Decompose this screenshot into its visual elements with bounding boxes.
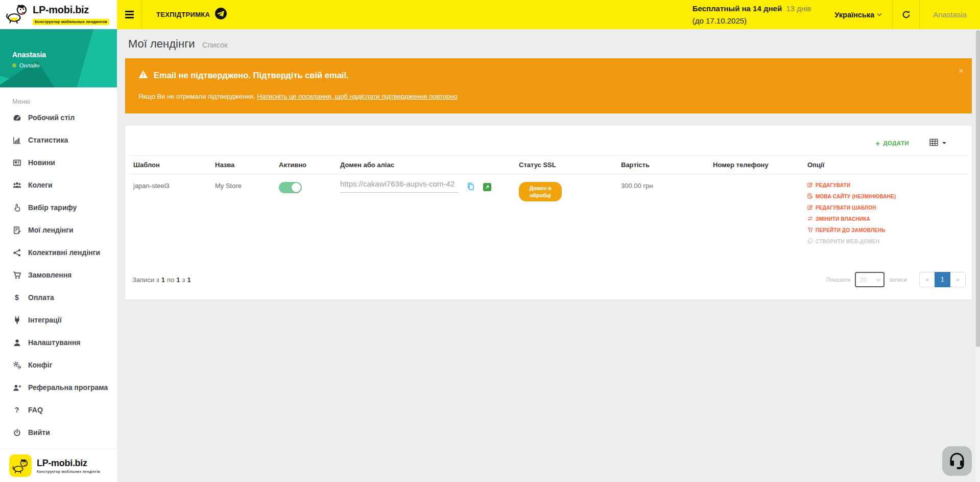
bar-chart-icon — [12, 136, 21, 145]
records-label: записи — [889, 277, 907, 283]
landings-card: + ДОДАТИ Шаблон На — [125, 126, 972, 300]
sidebar-user-panel: Anastasia Онлайн — [0, 29, 117, 87]
divider — [141, 0, 142, 29]
sidebar-user-status: Онлайн — [19, 62, 39, 68]
resend-confirmation-link[interactable]: Натисніть це посилання, щоб надіслати пі… — [257, 93, 458, 100]
table-grid-icon — [929, 138, 938, 148]
sidebar-item-collective-landings[interactable]: Колективні лендінги — [0, 241, 117, 264]
option-go-to-orders[interactable]: ПЕРЕЙТИ ДО ЗАМОВЛЕНЬ — [807, 227, 964, 234]
cart-icon — [807, 227, 813, 234]
hand-pointer-icon — [12, 203, 21, 212]
cell-options: РЕДАГУВАТИ МОВА САЙТУ (НЕЗМІНЮВАНЕ) РЕДА… — [803, 174, 968, 258]
sidebar-item-config[interactable]: Конфіг — [0, 354, 117, 376]
pagination-next[interactable]: » — [950, 272, 966, 287]
records-summary: Записи з1по1з1 — [132, 276, 191, 284]
gears-icon — [12, 361, 21, 370]
cell-template: japan-steel3 — [129, 174, 211, 258]
page-subtitle: Список — [202, 40, 228, 49]
sidebar-item-integrations[interactable]: Інтеграції — [0, 309, 117, 331]
users-icon — [12, 181, 21, 190]
tech-support-link[interactable]: ТЕХПІДТРИМКА — [156, 7, 227, 22]
sidebar-item-orders[interactable]: Замовлення — [0, 264, 117, 286]
page-title: Мої лендінги — [128, 37, 195, 50]
plug-icon — [12, 316, 21, 325]
dog-mascot-icon — [5, 4, 29, 26]
hamburger-menu-button[interactable] — [117, 0, 141, 29]
pagination-page-1[interactable]: 1 — [935, 272, 950, 287]
col-price: Вартість — [617, 156, 709, 174]
trial-days-left: 13 днів — [786, 4, 811, 13]
pagination: « 1 » — [920, 272, 966, 287]
open-external-link-icon[interactable] — [483, 183, 491, 191]
brand-title: LP-mobi.biz — [33, 4, 89, 15]
cart-icon — [12, 271, 21, 280]
domain-input[interactable] — [340, 179, 459, 193]
topbar-username[interactable]: Anastasia — [920, 10, 980, 19]
dashboard-icon — [12, 113, 21, 122]
col-phone: Номер телефону — [709, 156, 803, 174]
menu-section-label: Меню — [12, 98, 117, 105]
columns-dropdown-button[interactable] — [929, 138, 946, 148]
option-edit[interactable]: РЕДАГУВАТИ — [807, 182, 964, 189]
cell-phone — [709, 174, 803, 258]
language-selector[interactable]: Українська — [823, 11, 892, 19]
option-change-owner[interactable]: ЗМІНИТИ ВЛАСНИКА — [807, 216, 964, 222]
online-status-dot — [12, 63, 16, 67]
alert-title-text: Email не підтверджено. Підтвердіть свій … — [154, 71, 349, 80]
option-site-language[interactable]: МОВА САЙТУ (НЕЗМІНЮВАНЕ) — [807, 193, 964, 200]
footer-brand-title: LP-mobi.biz — [37, 458, 100, 469]
copy-icon[interactable] — [466, 182, 475, 191]
refresh-button[interactable] — [893, 0, 919, 29]
sidebar-item-settings[interactable]: Налаштування — [0, 331, 117, 354]
ssl-status-badge: Домен в обробці — [519, 182, 562, 201]
file-pen-icon — [12, 226, 21, 235]
cell-price: 300.00 грн — [617, 174, 709, 258]
option-edit-template[interactable]: РЕДАГУВАТИ ШАБЛОН — [807, 204, 964, 211]
col-ssl-status: Статус SSL — [515, 156, 617, 174]
scrollbar-thumb[interactable] — [976, 30, 980, 347]
sidebar-menu: Робочий стіл Статистика Новини Колеги — [0, 106, 117, 444]
sidebar-item-dashboard[interactable]: Робочий стіл — [0, 106, 117, 129]
sidebar-item-tariff[interactable]: Вибір тарифу — [0, 196, 117, 219]
alert-message: Якщо Ви не отримали підтвердження. — [138, 93, 257, 100]
add-landing-button[interactable]: + ДОДАТИ — [875, 140, 909, 147]
page-size-select[interactable]: 20 — [855, 272, 885, 287]
sidebar-item-my-landings[interactable]: Мої лендінги — [0, 219, 117, 241]
active-toggle[interactable] — [279, 182, 302, 193]
telegram-icon[interactable] — [214, 7, 227, 22]
sidebar-item-payment[interactable]: $Оплата — [0, 286, 117, 309]
trial-until-date: (до 17.10.2025) — [692, 16, 747, 25]
sidebar-item-faq[interactable]: ?FAQ — [0, 399, 117, 421]
close-icon[interactable]: × — [959, 66, 964, 75]
col-domain: Домен або аліас — [336, 156, 515, 174]
sidebar-item-statistics[interactable]: Статистика — [0, 129, 117, 151]
table-header-row: Шаблон Назва Активно Домен або аліас Ста… — [129, 156, 968, 174]
chevron-down-icon — [876, 277, 880, 281]
support-chat-button[interactable] — [942, 446, 972, 476]
table-footer: Записи з1по1з1 Показати 20 записи « 1 » — [129, 258, 968, 297]
sidebar-item-colleagues[interactable]: Колеги — [0, 174, 117, 196]
col-active: Активно — [275, 156, 336, 174]
language-label: Українська — [834, 11, 874, 19]
language-icon — [807, 193, 813, 200]
warning-icon — [138, 70, 148, 81]
sidebar-item-logout[interactable]: Вийти — [0, 421, 117, 444]
chevron-down-icon — [877, 11, 881, 15]
sidebar-user-name: Anastasia — [12, 51, 117, 59]
col-template: Шаблон — [129, 156, 211, 174]
chevron-down-icon — [942, 142, 946, 144]
sidebar-footer-logo: LP-mobi.biz Конструктор мобільних лендін… — [0, 449, 117, 482]
sidebar-item-referral[interactable]: Реферальна програма — [0, 376, 117, 399]
sidebar-item-news[interactable]: Новини — [0, 151, 117, 174]
clone-icon — [807, 238, 813, 245]
page-header: Мої лендінги Список — [128, 37, 972, 51]
brand-subtitle: Конструктор мобильных лендингов — [33, 19, 109, 25]
card-toolbar: + ДОДАТИ — [129, 126, 968, 155]
sidebar: Anastasia Онлайн Меню Робочий стіл Стати… — [0, 29, 117, 482]
main-content: Мої лендінги Список Email не підтверджен… — [117, 29, 980, 482]
landings-table: Шаблон Назва Активно Домен або аліас Ста… — [129, 155, 968, 258]
cell-name: My Store — [211, 174, 275, 258]
power-icon — [12, 428, 21, 437]
brand-logo: LP-mobi.biz Конструктор мобильных лендин… — [0, 0, 117, 29]
pagination-prev[interactable]: « — [919, 272, 935, 287]
